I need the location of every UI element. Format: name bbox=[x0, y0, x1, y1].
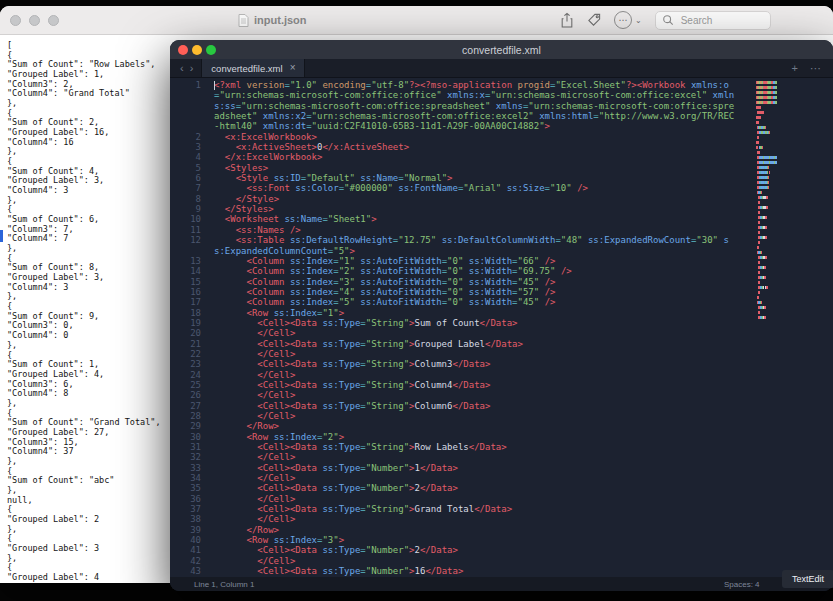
line-number: 29 bbox=[170, 421, 214, 431]
text-cursor bbox=[214, 81, 215, 90]
code-line[interactable]: 38 </Cell> bbox=[170, 514, 740, 524]
code-area[interactable]: 1<?xml version="1.0" encoding="utf-8"?><… bbox=[170, 80, 740, 577]
tag-icon[interactable] bbox=[587, 13, 601, 27]
line-number: 30 bbox=[170, 432, 214, 442]
history-forward-button[interactable]: › bbox=[187, 63, 197, 74]
line-number: 8 bbox=[170, 194, 214, 204]
close-button[interactable] bbox=[10, 15, 21, 26]
selection-marker bbox=[0, 230, 3, 242]
close-button[interactable] bbox=[178, 45, 188, 55]
code-line[interactable]: 40 <Row ss:Index="3"> bbox=[170, 535, 740, 545]
code-line[interactable]: 23 <Cell><Data ss:Type="String">Column3<… bbox=[170, 359, 740, 369]
code-line[interactable]: 5 <Styles> bbox=[170, 163, 740, 173]
chevron-down-icon: ⌄ bbox=[635, 16, 642, 25]
code-line[interactable]: 29 </Row> bbox=[170, 421, 740, 431]
code-line[interactable]: 28 </Cell> bbox=[170, 411, 740, 421]
code-line[interactable]: 30 <Row ss:Index="2"> bbox=[170, 432, 740, 442]
line-number: 11 bbox=[170, 225, 214, 235]
code-text: <x:ActiveSheet>0</x:ActiveSheet> bbox=[214, 142, 740, 152]
code-text: <Row ss:Index="1"> bbox=[214, 308, 740, 318]
code-line[interactable]: 37 <Cell><Data ss:Type="String">Grand To… bbox=[170, 504, 740, 514]
code-line[interactable]: 9 </Styles> bbox=[170, 204, 740, 214]
line-number: 38 bbox=[170, 514, 214, 524]
tab-overflow-button[interactable]: ⋯ bbox=[810, 63, 821, 74]
code-line[interactable]: 3 <x:ActiveSheet>0</x:ActiveSheet> bbox=[170, 142, 740, 152]
search-input[interactable] bbox=[679, 14, 767, 27]
code-line[interactable]: 24 </Cell> bbox=[170, 370, 740, 380]
minimap-line bbox=[756, 181, 777, 184]
code-line[interactable]: 17 <Column ss:Index="5" ss:AutoFitWidth=… bbox=[170, 297, 740, 307]
code-line[interactable]: 15 <Column ss:Index="3" ss:AutoFitWidth=… bbox=[170, 277, 740, 287]
code-line[interactable]: 19 <Cell><Data ss:Type="String">Sum of C… bbox=[170, 318, 740, 328]
code-line[interactable]: 39 </Row> bbox=[170, 525, 740, 535]
code-line[interactable]: 34 </Cell> bbox=[170, 473, 740, 483]
code-text: </Cell> bbox=[214, 390, 740, 400]
code-line[interactable]: 41 <Cell><Data ss:Type="Number">2</Data> bbox=[170, 545, 740, 555]
cursor-position[interactable]: Line 1, Column 1 bbox=[194, 580, 724, 589]
minimap-line bbox=[756, 131, 777, 134]
code-text: <Cell><Data ss:Type="String">Column6</Da… bbox=[214, 401, 740, 411]
code-line[interactable]: 20 </Cell> bbox=[170, 328, 740, 338]
code-line[interactable]: 10 <Worksheet ss:Name="Sheet1"> bbox=[170, 214, 740, 224]
code-line[interactable]: 8 </Style> bbox=[170, 194, 740, 204]
code-line[interactable]: 22 </Cell> bbox=[170, 349, 740, 359]
code-text: <Worksheet ss:Name="Sheet1"> bbox=[214, 214, 740, 224]
code-line[interactable]: 12 <ss:Table ss:DefaultRowHeight="12.75"… bbox=[170, 235, 740, 256]
tab-close-icon[interactable]: × bbox=[290, 63, 296, 73]
code-line[interactable]: 14 <Column ss:Index="2" ss:AutoFitWidth=… bbox=[170, 266, 740, 276]
code-text: <ss:Font ss:Color="#000000" ss:FontName=… bbox=[214, 183, 740, 193]
code-line[interactable]: 7 <ss:Font ss:Color="#000000" ss:FontNam… bbox=[170, 183, 740, 193]
code-line[interactable]: 11 <ss:Names /> bbox=[170, 225, 740, 235]
minimap-line bbox=[756, 246, 777, 249]
code-line[interactable]: 36 </Cell> bbox=[170, 494, 740, 504]
minimap-line bbox=[756, 221, 777, 224]
line-number: 10 bbox=[170, 214, 214, 224]
textedit-app-label: TextEdit bbox=[782, 570, 833, 588]
share-icon[interactable] bbox=[560, 12, 574, 29]
minimap[interactable] bbox=[756, 81, 777, 321]
code-line[interactable]: 4 </x:ExcelWorkbook> bbox=[170, 152, 740, 162]
search-icon bbox=[662, 14, 674, 26]
zoom-button[interactable] bbox=[206, 45, 216, 55]
code-line[interactable]: 27 <Cell><Data ss:Type="String">Column6<… bbox=[170, 401, 740, 411]
code-line[interactable]: 21 <Cell><Data ss:Type="String">Grouped … bbox=[170, 339, 740, 349]
minimap-line bbox=[756, 251, 777, 254]
code-line[interactable]: 18 <Row ss:Index="1"> bbox=[170, 308, 740, 318]
code-line[interactable]: 2 <x:ExcelWorkbook> bbox=[170, 132, 740, 142]
code-line[interactable]: 35 <Cell><Data ss:Type="Number">2</Data> bbox=[170, 483, 740, 493]
minimap-line bbox=[756, 136, 777, 139]
code-line[interactable]: 33 <Cell><Data ss:Type="Number">1</Data> bbox=[170, 463, 740, 473]
code-text: <Column ss:Index="1" ss:AutoFitWidth="0"… bbox=[214, 256, 740, 266]
minimap-line bbox=[756, 206, 777, 209]
zoom-button[interactable] bbox=[48, 15, 59, 26]
minimap-line bbox=[756, 171, 777, 174]
code-line[interactable]: 16 <Column ss:Index="4" ss:AutoFitWidth=… bbox=[170, 287, 740, 297]
code-line[interactable]: 25 <Cell><Data ss:Type="String">Column4<… bbox=[170, 380, 740, 390]
code-line[interactable]: 42 </Cell> bbox=[170, 556, 740, 566]
code-text: <Style ss:ID="Default" ss:Name="Normal"> bbox=[214, 173, 740, 183]
code-line[interactable]: 13 <Column ss:Index="1" ss:AutoFitWidth=… bbox=[170, 256, 740, 266]
minimize-button[interactable] bbox=[192, 45, 202, 55]
editor-body: 1<?xml version="1.0" encoding="utf-8"?><… bbox=[170, 78, 833, 577]
code-line[interactable]: 31 <Cell><Data ss:Type="String">Row Labe… bbox=[170, 442, 740, 452]
code-text: <Styles> bbox=[214, 163, 740, 173]
minimap-line bbox=[756, 186, 777, 189]
code-text: </x:ExcelWorkbook> bbox=[214, 152, 740, 162]
new-tab-button[interactable]: + bbox=[792, 63, 798, 74]
search-field[interactable] bbox=[655, 11, 771, 30]
code-line[interactable]: 43 <Cell><Data ss:Type="Number">16</Data… bbox=[170, 566, 740, 576]
history-back-button[interactable]: ‹ bbox=[177, 63, 187, 74]
more-options-button[interactable]: ⋯ ⌄ bbox=[614, 11, 642, 29]
indentation-setting[interactable]: Spaces: 4 bbox=[724, 580, 760, 589]
code-line[interactable]: 1<?xml version="1.0" encoding="utf-8"?><… bbox=[170, 80, 740, 132]
line-number: 12 bbox=[170, 235, 214, 245]
code-line[interactable]: 6 <Style ss:ID="Default" ss:Name="Normal… bbox=[170, 173, 740, 183]
line-number: 32 bbox=[170, 452, 214, 462]
tab-convertedfile-xml[interactable]: convertedfile.xml × bbox=[201, 59, 305, 77]
minimap-line bbox=[756, 101, 777, 104]
code-line[interactable]: 32 </Cell> bbox=[170, 452, 740, 462]
code-line[interactable]: 26 </Cell> bbox=[170, 390, 740, 400]
code-text: <x:ExcelWorkbook> bbox=[214, 132, 740, 142]
minimize-button[interactable] bbox=[29, 15, 40, 26]
code-text: </Row> bbox=[214, 525, 740, 535]
